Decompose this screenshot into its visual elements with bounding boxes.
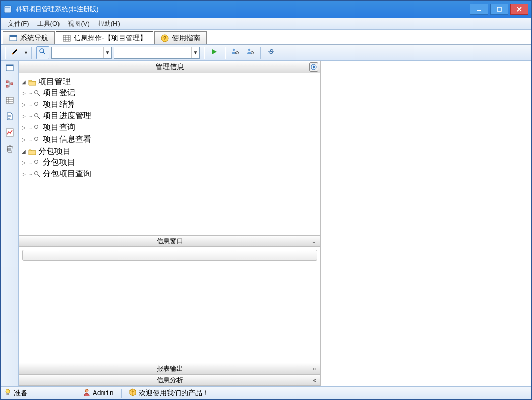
expander-icon[interactable]: ▷ bbox=[21, 91, 26, 96]
edit-button[interactable] bbox=[9, 46, 22, 59]
svg-line-35 bbox=[38, 140, 40, 142]
section-header-info-window[interactable]: 信息窗口 ⌄ bbox=[19, 236, 320, 247]
svg-point-26 bbox=[35, 90, 38, 94]
tree-node-project-mgmt[interactable]: ◢ 项目管理 bbox=[21, 77, 318, 87]
chevron-down-icon: ▼ bbox=[191, 47, 199, 58]
expander-icon[interactable]: ◢ bbox=[21, 149, 26, 154]
strikethrough-button[interactable]: S bbox=[265, 46, 278, 59]
window-title: 科研项目管理系统(非注册版) bbox=[16, 5, 99, 14]
play-icon bbox=[211, 48, 218, 57]
tree-item-query[interactable]: ▷···项目查询 bbox=[21, 122, 318, 133]
tree-connector: ··· bbox=[28, 90, 32, 97]
tab-label: 系统导航 bbox=[20, 34, 48, 43]
tree-connector: ··· bbox=[28, 113, 32, 120]
status-ready: 准备 bbox=[14, 389, 28, 398]
magnifier-icon bbox=[34, 124, 41, 131]
menu-tools[interactable]: 工具(O) bbox=[33, 18, 64, 29]
section-title: 信息窗口 bbox=[157, 237, 183, 246]
tab-label: 信息操作-【项目管理】 bbox=[74, 34, 147, 43]
combo-1[interactable]: ▼ bbox=[51, 47, 112, 59]
svg-rect-22 bbox=[11, 83, 13, 85]
rail-document-button[interactable] bbox=[5, 111, 15, 121]
tab-system-nav[interactable]: 系统导航 bbox=[3, 31, 55, 44]
svg-point-42 bbox=[85, 389, 88, 392]
rail-chart-button[interactable] bbox=[5, 127, 15, 138]
maximize-button[interactable] bbox=[490, 4, 508, 15]
svg-rect-23 bbox=[6, 97, 13, 103]
tree-node-subcontract[interactable]: ◢ 分包项目 bbox=[21, 146, 318, 157]
rail-tree-button[interactable] bbox=[5, 79, 15, 89]
folder-open-icon bbox=[28, 148, 36, 155]
chevron-down-icon: ⌄ bbox=[311, 238, 316, 245]
magnifier-icon bbox=[39, 48, 47, 57]
user-search-button[interactable] bbox=[229, 46, 242, 59]
info-input[interactable] bbox=[22, 250, 317, 261]
window-icon bbox=[9, 34, 17, 42]
tab-strip: 系统导航 信息操作-【项目管理】 ? 使用指南 bbox=[1, 30, 531, 45]
run-button[interactable] bbox=[208, 46, 221, 59]
bulb-icon bbox=[4, 388, 12, 398]
rail-table-button[interactable] bbox=[5, 95, 15, 105]
separator bbox=[4, 47, 6, 59]
tree-item-info-view[interactable]: ▷···项目信息查看 bbox=[21, 134, 318, 145]
separator bbox=[260, 47, 262, 59]
report-output-section: 报表输出 « bbox=[19, 363, 321, 375]
menu-file[interactable]: 文件(F) bbox=[4, 18, 33, 29]
svg-line-33 bbox=[38, 128, 40, 130]
close-button[interactable] bbox=[510, 4, 528, 15]
user-icon bbox=[83, 388, 91, 398]
svg-text:?: ? bbox=[163, 35, 166, 41]
expander-icon[interactable]: ▷ bbox=[21, 125, 26, 130]
svg-point-13 bbox=[248, 49, 250, 51]
menu-help[interactable]: 帮助(H) bbox=[94, 18, 124, 29]
section-header-info-analysis[interactable]: 信息分析 « bbox=[19, 375, 320, 386]
tree-item-sub-query[interactable]: ▷···分包项目查询 bbox=[21, 169, 318, 179]
info-window-section: 信息窗口 ⌄ bbox=[19, 236, 321, 363]
tree-item-settle[interactable]: ▷···项目结算 bbox=[21, 99, 318, 110]
tree-item-register[interactable]: ▷···项目登记 bbox=[21, 88, 318, 98]
tab-usage-guide[interactable]: ? 使用指南 bbox=[154, 31, 207, 44]
expander-icon[interactable]: ▷ bbox=[21, 114, 26, 119]
app-icon bbox=[4, 5, 13, 14]
folder-open-icon bbox=[28, 79, 36, 86]
section-header-report-output[interactable]: 报表输出 « bbox=[19, 363, 320, 374]
svg-line-15 bbox=[253, 54, 254, 55]
svg-point-14 bbox=[251, 52, 253, 54]
svg-line-39 bbox=[38, 175, 40, 177]
magnifier-icon bbox=[34, 90, 41, 97]
svg-point-30 bbox=[35, 113, 38, 117]
panel-play-button[interactable] bbox=[309, 62, 318, 72]
tree-item-sub-project[interactable]: ▷···分包项目 bbox=[21, 157, 318, 168]
tree-item-progress[interactable]: ▷···项目进度管理 bbox=[21, 111, 318, 121]
expander-icon[interactable]: ▷ bbox=[21, 137, 26, 142]
tree-label: 项目结算 bbox=[43, 99, 75, 110]
combo-2[interactable]: ▼ bbox=[114, 47, 200, 59]
user-search-button-2[interactable] bbox=[244, 46, 257, 59]
chevron-left-icon: « bbox=[313, 377, 316, 384]
content-pane bbox=[321, 61, 531, 386]
tree-connector: ··· bbox=[28, 124, 32, 131]
chevron-left-icon: « bbox=[313, 365, 316, 372]
dropdown-arrow-icon[interactable]: ▼ bbox=[24, 50, 28, 55]
chevron-down-icon: ▼ bbox=[103, 47, 111, 58]
tree-connector: ··· bbox=[28, 136, 32, 143]
svg-line-29 bbox=[38, 105, 40, 107]
magnifier-icon bbox=[34, 101, 41, 108]
tab-info-ops[interactable]: 信息操作-【项目管理】 bbox=[56, 31, 153, 44]
svg-point-11 bbox=[235, 52, 238, 54]
tree-label: 项目信息查看 bbox=[43, 134, 91, 145]
expander-icon[interactable]: ◢ bbox=[21, 80, 26, 85]
svg-point-38 bbox=[35, 171, 38, 175]
expander-icon[interactable]: ▷ bbox=[21, 172, 26, 177]
app-window: 科研项目管理系统(非注册版) 文件(F) 工具(O) 视图(V) 帮助(H) 系… bbox=[0, 0, 532, 400]
pencil-icon bbox=[11, 48, 19, 57]
status-welcome: 欢迎使用我们的产品！ bbox=[139, 389, 209, 398]
minimize-button[interactable] bbox=[470, 4, 488, 15]
rail-trash-button[interactable] bbox=[5, 144, 15, 154]
menu-view[interactable]: 视图(V) bbox=[64, 18, 93, 29]
tree-panel: ◢ 项目管理 ▷···项目登记 ▷···项目结算 ▷···项目进度管理 ▷···… bbox=[19, 73, 321, 236]
expander-icon[interactable]: ▷ bbox=[21, 160, 26, 165]
expander-icon[interactable]: ▷ bbox=[21, 102, 26, 107]
rail-window-button[interactable] bbox=[5, 63, 15, 73]
search-button[interactable] bbox=[36, 46, 49, 59]
